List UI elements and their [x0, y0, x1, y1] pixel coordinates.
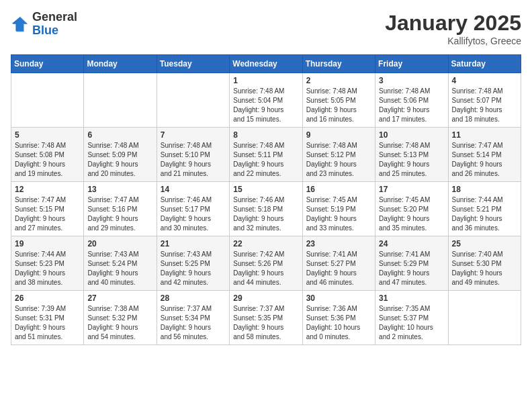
- day-info: Sunrise: 7:37 AM Sunset: 5:34 PM Dayligh…: [161, 304, 226, 342]
- day-info: Sunrise: 7:48 AM Sunset: 5:13 PM Dayligh…: [379, 141, 444, 179]
- day-info: Sunrise: 7:45 AM Sunset: 5:20 PM Dayligh…: [379, 195, 444, 233]
- logo: General Blue: [11, 11, 77, 38]
- day-info: Sunrise: 7:48 AM Sunset: 5:06 PM Dayligh…: [379, 87, 444, 124]
- calendar-day-13: 13Sunrise: 7:47 AM Sunset: 5:16 PM Dayli…: [84, 182, 157, 236]
- day-info: Sunrise: 7:40 AM Sunset: 5:30 PM Dayligh…: [452, 250, 517, 287]
- day-number: 14: [161, 185, 226, 194]
- day-info: Sunrise: 7:48 AM Sunset: 5:05 PM Dayligh…: [306, 87, 371, 124]
- calendar-day-27: 27Sunrise: 7:38 AM Sunset: 5:32 PM Dayli…: [84, 291, 157, 345]
- calendar-day-11: 11Sunrise: 7:47 AM Sunset: 5:14 PM Dayli…: [448, 128, 521, 182]
- day-info: Sunrise: 7:37 AM Sunset: 5:35 PM Dayligh…: [233, 304, 298, 342]
- day-number: 9: [306, 130, 371, 140]
- day-number: 29: [233, 293, 298, 303]
- calendar-day-21: 21Sunrise: 7:43 AM Sunset: 5:25 PM Dayli…: [157, 236, 229, 291]
- empty-cell: [11, 73, 84, 128]
- day-number: 3: [379, 76, 444, 85]
- weekday-header-tuesday: Tuesday: [157, 55, 229, 73]
- day-number: 4: [452, 76, 517, 85]
- calendar-day-30: 30Sunrise: 7:36 AM Sunset: 5:36 PM Dayli…: [302, 291, 375, 345]
- calendar-day-2: 2Sunrise: 7:48 AM Sunset: 5:05 PM Daylig…: [302, 73, 375, 128]
- empty-cell: [84, 73, 157, 128]
- calendar-week-4: 19Sunrise: 7:44 AM Sunset: 5:23 PM Dayli…: [11, 236, 521, 291]
- calendar-day-31: 31Sunrise: 7:35 AM Sunset: 5:37 PM Dayli…: [375, 291, 448, 345]
- calendar-day-7: 7Sunrise: 7:48 AM Sunset: 5:10 PM Daylig…: [157, 128, 229, 182]
- day-info: Sunrise: 7:43 AM Sunset: 5:25 PM Dayligh…: [161, 250, 226, 287]
- day-info: Sunrise: 7:45 AM Sunset: 5:19 PM Dayligh…: [306, 195, 371, 233]
- weekday-header-wednesday: Wednesday: [230, 55, 302, 73]
- day-number: 16: [306, 185, 371, 194]
- weekday-header-thursday: Thursday: [302, 55, 375, 73]
- day-info: Sunrise: 7:44 AM Sunset: 5:21 PM Dayligh…: [452, 195, 517, 233]
- day-number: 17: [379, 185, 444, 194]
- calendar-day-17: 17Sunrise: 7:45 AM Sunset: 5:20 PM Dayli…: [375, 182, 448, 236]
- day-number: 20: [87, 239, 152, 248]
- day-info: Sunrise: 7:41 AM Sunset: 5:27 PM Dayligh…: [306, 250, 371, 287]
- day-number: 15: [233, 185, 298, 194]
- calendar-day-26: 26Sunrise: 7:39 AM Sunset: 5:31 PM Dayli…: [11, 291, 84, 345]
- logo-text: General Blue: [32, 11, 77, 38]
- weekday-header-saturday: Saturday: [448, 55, 521, 73]
- calendar-day-14: 14Sunrise: 7:46 AM Sunset: 5:17 PM Dayli…: [157, 182, 229, 236]
- day-number: 24: [379, 239, 444, 248]
- day-info: Sunrise: 7:46 AM Sunset: 5:18 PM Dayligh…: [233, 195, 298, 233]
- day-info: Sunrise: 7:48 AM Sunset: 5:11 PM Dayligh…: [233, 141, 298, 179]
- weekday-header-monday: Monday: [84, 55, 157, 73]
- calendar-day-18: 18Sunrise: 7:44 AM Sunset: 5:21 PM Dayli…: [448, 182, 521, 236]
- weekday-header-row: SundayMondayTuesdayWednesdayThursdayFrid…: [11, 55, 521, 73]
- calendar-day-28: 28Sunrise: 7:37 AM Sunset: 5:34 PM Dayli…: [157, 291, 229, 345]
- day-info: Sunrise: 7:41 AM Sunset: 5:29 PM Dayligh…: [379, 250, 444, 287]
- day-info: Sunrise: 7:47 AM Sunset: 5:14 PM Dayligh…: [452, 141, 517, 179]
- day-number: 2: [306, 76, 371, 85]
- day-info: Sunrise: 7:48 AM Sunset: 5:07 PM Dayligh…: [452, 87, 517, 124]
- day-number: 26: [15, 293, 80, 303]
- day-info: Sunrise: 7:47 AM Sunset: 5:16 PM Dayligh…: [87, 195, 152, 233]
- empty-cell: [448, 291, 521, 345]
- day-number: 18: [452, 185, 517, 194]
- day-number: 23: [306, 239, 371, 248]
- empty-cell: [157, 73, 229, 128]
- day-number: 21: [161, 239, 226, 248]
- day-number: 12: [15, 185, 80, 194]
- calendar-day-16: 16Sunrise: 7:45 AM Sunset: 5:19 PM Dayli…: [302, 182, 375, 236]
- calendar-day-24: 24Sunrise: 7:41 AM Sunset: 5:29 PM Dayli…: [375, 236, 448, 291]
- logo-general: General: [32, 10, 77, 24]
- day-number: 30: [306, 293, 371, 303]
- weekday-header-friday: Friday: [375, 55, 448, 73]
- day-number: 31: [379, 293, 444, 303]
- day-info: Sunrise: 7:36 AM Sunset: 5:36 PM Dayligh…: [306, 304, 371, 342]
- day-info: Sunrise: 7:48 AM Sunset: 5:12 PM Dayligh…: [306, 141, 371, 179]
- calendar-day-10: 10Sunrise: 7:48 AM Sunset: 5:13 PM Dayli…: [375, 128, 448, 182]
- day-info: Sunrise: 7:48 AM Sunset: 5:08 PM Dayligh…: [15, 141, 80, 179]
- calendar-day-6: 6Sunrise: 7:48 AM Sunset: 5:09 PM Daylig…: [84, 128, 157, 182]
- day-info: Sunrise: 7:38 AM Sunset: 5:32 PM Dayligh…: [87, 304, 152, 342]
- calendar-week-5: 26Sunrise: 7:39 AM Sunset: 5:31 PM Dayli…: [11, 291, 521, 345]
- calendar-day-15: 15Sunrise: 7:46 AM Sunset: 5:18 PM Dayli…: [230, 182, 302, 236]
- day-number: 10: [379, 130, 444, 140]
- page-header: General Blue January 2025 Kallifytos, Gr…: [11, 11, 521, 46]
- logo-icon: [11, 15, 30, 34]
- day-number: 25: [452, 239, 517, 248]
- day-number: 7: [161, 130, 226, 140]
- day-info: Sunrise: 7:46 AM Sunset: 5:17 PM Dayligh…: [161, 195, 226, 233]
- calendar-week-3: 12Sunrise: 7:47 AM Sunset: 5:15 PM Dayli…: [11, 182, 521, 236]
- calendar: SundayMondayTuesdayWednesdayThursdayFrid…: [11, 54, 521, 345]
- day-info: Sunrise: 7:35 AM Sunset: 5:37 PM Dayligh…: [379, 304, 444, 342]
- calendar-day-25: 25Sunrise: 7:40 AM Sunset: 5:30 PM Dayli…: [448, 236, 521, 291]
- day-info: Sunrise: 7:44 AM Sunset: 5:23 PM Dayligh…: [15, 250, 80, 287]
- day-info: Sunrise: 7:39 AM Sunset: 5:31 PM Dayligh…: [15, 304, 80, 342]
- day-number: 13: [87, 185, 152, 194]
- day-info: Sunrise: 7:47 AM Sunset: 5:15 PM Dayligh…: [15, 195, 80, 233]
- calendar-day-4: 4Sunrise: 7:48 AM Sunset: 5:07 PM Daylig…: [448, 73, 521, 128]
- calendar-day-19: 19Sunrise: 7:44 AM Sunset: 5:23 PM Dayli…: [11, 236, 84, 291]
- title-block: January 2025 Kallifytos, Greece: [385, 11, 521, 46]
- day-number: 27: [87, 293, 152, 303]
- day-number: 5: [15, 130, 80, 140]
- day-number: 11: [452, 130, 517, 140]
- location: Kallifytos, Greece: [385, 36, 521, 46]
- day-info: Sunrise: 7:43 AM Sunset: 5:24 PM Dayligh…: [87, 250, 152, 287]
- calendar-day-12: 12Sunrise: 7:47 AM Sunset: 5:15 PM Dayli…: [11, 182, 84, 236]
- calendar-day-20: 20Sunrise: 7:43 AM Sunset: 5:24 PM Dayli…: [84, 236, 157, 291]
- day-number: 6: [87, 130, 152, 140]
- weekday-header-sunday: Sunday: [11, 55, 84, 73]
- calendar-day-5: 5Sunrise: 7:48 AM Sunset: 5:08 PM Daylig…: [11, 128, 84, 182]
